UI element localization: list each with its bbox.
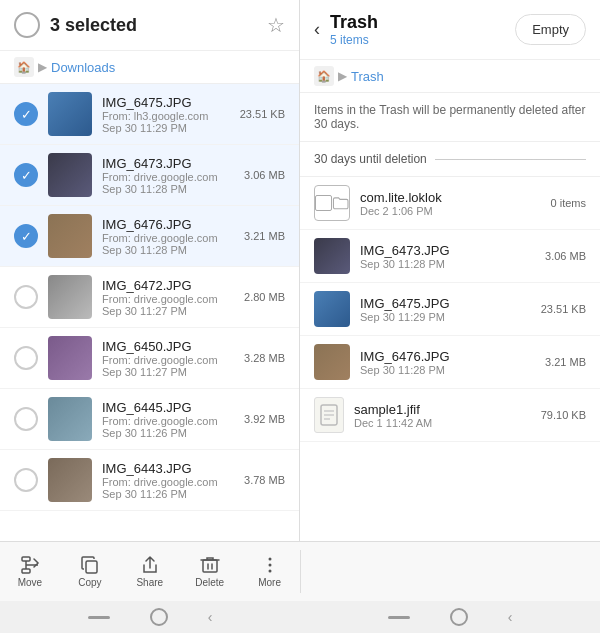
select-all-checkbox[interactable] bbox=[14, 12, 40, 38]
file-date-5: Sep 30 11:26 PM bbox=[102, 427, 234, 439]
more-button[interactable]: More bbox=[240, 542, 300, 601]
nav-right-back-chevron[interactable]: ‹ bbox=[508, 609, 513, 625]
delete-button[interactable]: Delete bbox=[180, 542, 240, 601]
file-date-4: Sep 30 11:27 PM bbox=[102, 366, 234, 378]
share-button[interactable]: Share bbox=[120, 542, 180, 601]
trash-item-name-1: IMG_6473.JPG bbox=[360, 243, 535, 258]
file-size-1: 3.06 MB bbox=[244, 169, 285, 181]
file-source-5: From: drive.google.com bbox=[102, 415, 234, 427]
file-name-6: IMG_6443.JPG bbox=[102, 461, 234, 476]
trash-item-name-3: IMG_6476.JPG bbox=[360, 349, 535, 364]
trash-file-item-2[interactable]: IMG_6475.JPG Sep 30 11:29 PM 23.51 KB bbox=[300, 283, 600, 336]
file-name-0: IMG_6475.JPG bbox=[102, 95, 230, 110]
trash-item-name-0: com.lite.loklok bbox=[360, 190, 541, 205]
folder-thumb-0 bbox=[314, 185, 350, 221]
file-thumb-4 bbox=[48, 336, 92, 380]
trash-item-info-1: IMG_6473.JPG Sep 30 11:28 PM bbox=[360, 243, 535, 270]
file-size-6: 3.78 MB bbox=[244, 474, 285, 486]
home-icon[interactable]: 🏠 bbox=[14, 57, 34, 77]
star-icon[interactable]: ☆ bbox=[267, 13, 285, 37]
empty-trash-button[interactable]: Empty bbox=[515, 14, 586, 45]
trash-item-size-4: 79.10 KB bbox=[541, 409, 586, 421]
left-panel: 3 selected ☆ 🏠 ▶ Downloads IMG_6475.JPG … bbox=[0, 0, 300, 541]
left-file-item-4[interactable]: IMG_6450.JPG From: drive.google.com Sep … bbox=[0, 328, 299, 389]
file-thumb-5 bbox=[48, 397, 92, 441]
left-file-item-2[interactable]: IMG_6476.JPG From: drive.google.com Sep … bbox=[0, 206, 299, 267]
right-panel: ‹ Trash 5 items Empty 🏠 ▶ Trash Items in… bbox=[300, 0, 600, 541]
file-source-0: From: lh3.google.com bbox=[102, 110, 230, 122]
share-icon bbox=[140, 555, 160, 575]
file-size-3: 2.80 MB bbox=[244, 291, 285, 303]
trash-home-icon[interactable]: 🏠 bbox=[314, 66, 334, 86]
file-source-3: From: drive.google.com bbox=[102, 293, 234, 305]
more-label: More bbox=[258, 577, 281, 588]
file-checkbox-1[interactable] bbox=[14, 163, 38, 187]
svg-point-14 bbox=[268, 570, 271, 573]
file-source-6: From: drive.google.com bbox=[102, 476, 234, 488]
move-button[interactable]: Move bbox=[0, 542, 60, 601]
trash-file-item-0[interactable]: com.lite.loklok Dec 2 1:06 PM 0 items bbox=[300, 177, 600, 230]
trash-item-size-2: 23.51 KB bbox=[541, 303, 586, 315]
file-checkbox-3[interactable] bbox=[14, 285, 38, 309]
file-checkbox-4[interactable] bbox=[14, 346, 38, 370]
selected-count-label: 3 selected bbox=[50, 15, 257, 36]
trash-breadcrumb-label[interactable]: Trash bbox=[351, 69, 384, 84]
file-checkbox-6[interactable] bbox=[14, 468, 38, 492]
left-file-item-3[interactable]: IMG_6472.JPG From: drive.google.com Sep … bbox=[0, 267, 299, 328]
trash-file-item-1[interactable]: IMG_6473.JPG Sep 30 11:28 PM 3.06 MB bbox=[300, 230, 600, 283]
nav-back-chevron[interactable]: ‹ bbox=[208, 609, 213, 625]
trash-item-size-3: 3.21 MB bbox=[545, 356, 586, 368]
file-date-6: Sep 30 11:26 PM bbox=[102, 488, 234, 500]
back-arrow-icon[interactable]: ‹ bbox=[314, 19, 320, 40]
deletion-timer-label: 30 days until deletion bbox=[314, 152, 427, 166]
trash-file-item-4[interactable]: sample1.jfif Dec 1 11:42 AM 79.10 KB bbox=[300, 389, 600, 442]
file-info-3: IMG_6472.JPG From: drive.google.com Sep … bbox=[102, 278, 234, 317]
bottom-toolbar: Move Copy Share bbox=[0, 541, 600, 601]
delete-label: Delete bbox=[195, 577, 224, 588]
trash-item-date-1: Sep 30 11:28 PM bbox=[360, 258, 535, 270]
file-date-1: Sep 30 11:28 PM bbox=[102, 183, 234, 195]
trash-item-date-0: Dec 2 1:06 PM bbox=[360, 205, 541, 217]
trash-item-info-3: IMG_6476.JPG Sep 30 11:28 PM bbox=[360, 349, 535, 376]
trash-breadcrumb-arrow-icon: ▶ bbox=[338, 69, 347, 83]
nav-recent-indicator[interactable] bbox=[88, 616, 110, 619]
file-thumb-1 bbox=[48, 153, 92, 197]
doc-thumb-4 bbox=[314, 397, 344, 433]
trash-item-name-4: sample1.jfif bbox=[354, 402, 531, 417]
copy-button[interactable]: Copy bbox=[60, 542, 120, 601]
svg-rect-9 bbox=[203, 560, 217, 572]
file-info-1: IMG_6473.JPG From: drive.google.com Sep … bbox=[102, 156, 234, 195]
timer-line bbox=[435, 159, 586, 160]
file-size-5: 3.92 MB bbox=[244, 413, 285, 425]
left-toolbar: Move Copy Share bbox=[0, 542, 300, 601]
trash-file-list: com.lite.loklok Dec 2 1:06 PM 0 items IM… bbox=[300, 177, 600, 541]
image-thumb-1 bbox=[314, 238, 350, 274]
file-date-0: Sep 30 11:29 PM bbox=[102, 122, 230, 134]
file-checkbox-2[interactable] bbox=[14, 224, 38, 248]
trash-item-info-4: sample1.jfif Dec 1 11:42 AM bbox=[354, 402, 531, 429]
trash-item-info-0: com.lite.loklok Dec 2 1:06 PM bbox=[360, 190, 541, 217]
file-thumb-2 bbox=[48, 214, 92, 258]
file-info-0: IMG_6475.JPG From: lh3.google.com Sep 30… bbox=[102, 95, 230, 134]
nav-right-indicator[interactable] bbox=[388, 616, 410, 619]
left-file-item-1[interactable]: IMG_6473.JPG From: drive.google.com Sep … bbox=[0, 145, 299, 206]
file-thumb-0 bbox=[48, 92, 92, 136]
trash-item-info-2: IMG_6475.JPG Sep 30 11:29 PM bbox=[360, 296, 531, 323]
breadcrumb-folder-label[interactable]: Downloads bbox=[51, 60, 115, 75]
file-checkbox-0[interactable] bbox=[14, 102, 38, 126]
left-breadcrumb: 🏠 ▶ Downloads bbox=[0, 51, 299, 84]
file-checkbox-5[interactable] bbox=[14, 407, 38, 431]
left-file-item-6[interactable]: IMG_6443.JPG From: drive.google.com Sep … bbox=[0, 450, 299, 511]
nav-home-circle[interactable] bbox=[150, 608, 168, 626]
file-name-3: IMG_6472.JPG bbox=[102, 278, 234, 293]
file-name-2: IMG_6476.JPG bbox=[102, 217, 234, 232]
file-size-2: 3.21 MB bbox=[244, 230, 285, 242]
file-size-4: 3.28 MB bbox=[244, 352, 285, 364]
trash-item-size-0: 0 items bbox=[551, 197, 586, 209]
file-info-4: IMG_6450.JPG From: drive.google.com Sep … bbox=[102, 339, 234, 378]
left-file-item-5[interactable]: IMG_6445.JPG From: drive.google.com Sep … bbox=[0, 389, 299, 450]
trash-file-item-3[interactable]: IMG_6476.JPG Sep 30 11:28 PM 3.21 MB bbox=[300, 336, 600, 389]
left-file-item-0[interactable]: IMG_6475.JPG From: lh3.google.com Sep 30… bbox=[0, 84, 299, 145]
nav-right-home-circle[interactable] bbox=[450, 608, 468, 626]
file-date-2: Sep 30 11:28 PM bbox=[102, 244, 234, 256]
